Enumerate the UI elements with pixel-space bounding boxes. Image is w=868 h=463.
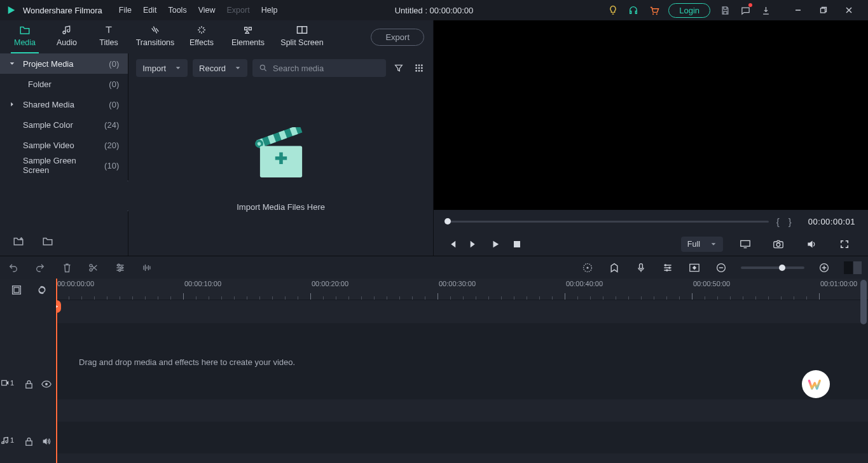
play-button[interactable] (485, 235, 506, 253)
media-content-row: Project Media (0) Folder (0) Shared Medi… (0, 53, 433, 256)
tab-transitions[interactable]: Transitions (130, 20, 181, 53)
track-visibility-icon[interactable] (41, 378, 52, 390)
volume-icon[interactable] (801, 235, 822, 253)
zoom-thumb[interactable] (779, 265, 785, 271)
timeline-size-toggle[interactable] (844, 261, 862, 274)
tab-split-screen[interactable]: Split Screen (273, 20, 331, 53)
snapshot-icon[interactable] (768, 235, 789, 253)
preview-panel: { } 00:00:00:01 Full (434, 20, 868, 256)
zoom-out-icon[interactable] (714, 261, 728, 275)
svg-point-32 (119, 269, 121, 271)
tab-effects[interactable]: Effects (181, 20, 223, 53)
a1-num: 1 (10, 436, 14, 444)
tips-icon[interactable] (607, 4, 619, 16)
quality-dropdown[interactable]: Full (681, 237, 723, 252)
audio-track-area[interactable] (56, 422, 868, 453)
track-mute-icon[interactable] (41, 436, 52, 447)
tab-elements[interactable]: Elements (223, 20, 273, 53)
brand-bubble-button[interactable] (802, 370, 830, 398)
mark-out-bracket[interactable]: } (787, 216, 793, 227)
minimize-button[interactable] (785, 3, 811, 18)
import-dropdown[interactable]: Import (136, 59, 188, 77)
render-icon[interactable] (581, 261, 595, 275)
sidebar-item-project-media[interactable]: Project Media (0) (0, 53, 128, 74)
tab-titles[interactable]: Titles (88, 20, 130, 53)
timeline-ruler[interactable]: 00:00:00:0000:00:10:0000:00:20:0000:00:3… (56, 279, 868, 300)
record-dropdown[interactable]: Record (193, 59, 247, 77)
menu-edit[interactable]: Edit (138, 4, 162, 17)
redo-icon[interactable] (33, 261, 47, 275)
sidebar-item-sample-video[interactable]: Sample Video (20) (0, 135, 128, 155)
playhead-handle[interactable] (56, 300, 61, 313)
scrub-track[interactable] (446, 221, 769, 223)
timeline: 1 1 00:00:00:0000:00:10:0000:00:20:0000:… (0, 279, 868, 463)
voiceover-icon[interactable] (634, 261, 648, 275)
track-lock-icon[interactable] (23, 436, 34, 447)
import-drop-area[interactable]: Import Media Files Here (128, 83, 433, 256)
mixer-icon[interactable] (661, 261, 675, 275)
close-button[interactable] (836, 3, 862, 18)
undo-icon[interactable] (6, 261, 20, 275)
search-input[interactable] (273, 64, 380, 73)
svg-rect-37 (669, 266, 670, 268)
video-preview[interactable] (434, 20, 868, 210)
grid-view-icon[interactable] (411, 60, 427, 76)
sidebar-item-sample-green[interactable]: Sample Green Screen (10) (0, 155, 128, 176)
prev-frame-button[interactable] (441, 235, 463, 253)
title-bar: Wondershare Filmora File Edit Tools View… (0, 0, 868, 20)
sidebar-item-folder[interactable]: Folder (0) (0, 74, 128, 94)
marker-icon[interactable] (607, 261, 621, 275)
keyframe-icon[interactable] (687, 261, 701, 275)
fullscreen-icon[interactable] (834, 235, 855, 253)
tab-audio[interactable]: Audio (46, 20, 88, 53)
login-button[interactable]: Login (668, 3, 710, 18)
export-button[interactable]: Export (371, 29, 424, 46)
adjust-icon[interactable] (113, 261, 127, 275)
menu-help[interactable]: Help (256, 4, 283, 17)
zoom-in-icon[interactable] (817, 261, 831, 275)
svg-point-0 (652, 13, 654, 15)
download-icon[interactable] (760, 4, 771, 16)
track-lock-icon[interactable] (23, 378, 34, 390)
folder-icon[interactable] (42, 235, 53, 247)
timeline-body[interactable]: 00:00:00:0000:00:10:0000:00:20:0000:00:3… (56, 279, 868, 463)
next-frame-button[interactable] (463, 235, 485, 253)
sidebar-item-count: (10) (104, 161, 119, 170)
transitions-icon (149, 24, 161, 36)
sidebar-item-shared-media[interactable]: Shared Media (0) (0, 94, 128, 114)
headphones-icon[interactable] (628, 4, 639, 16)
menu-tools[interactable]: Tools (163, 4, 191, 17)
media-sidebar: Project Media (0) Folder (0) Shared Medi… (0, 53, 128, 256)
menu-file[interactable]: File (114, 4, 137, 17)
timeline-toolbar (0, 256, 868, 279)
message-icon[interactable] (740, 4, 751, 16)
svg-point-8 (415, 67, 417, 69)
maximize-button[interactable] (811, 3, 836, 18)
scrub-handle[interactable] (444, 218, 451, 225)
sidebar-item-count: (0) (109, 59, 119, 69)
zoom-slider[interactable] (741, 266, 804, 269)
tab-audio-label: Audio (57, 38, 77, 47)
cart-icon[interactable] (648, 4, 659, 16)
manage-tracks-icon[interactable] (9, 282, 24, 298)
display-icon[interactable] (734, 235, 756, 253)
audio-waveform-icon[interactable] (140, 261, 154, 275)
new-folder-icon[interactable] (13, 235, 24, 247)
vertical-scrollbar[interactable] (860, 280, 867, 324)
svg-point-10 (421, 67, 423, 69)
search-field[interactable] (252, 59, 386, 77)
svg-rect-24 (514, 241, 520, 247)
mark-in-bracket[interactable]: { (775, 216, 781, 227)
save-icon[interactable] (719, 4, 731, 16)
stop-button[interactable] (506, 235, 528, 253)
drop-hint-text: Drag and drop media and effects here to … (79, 357, 295, 367)
sidebar-item-sample-color[interactable]: Sample Color (24) (0, 114, 128, 135)
sidebar-item-label: Sample Video (23, 141, 104, 150)
filter-icon[interactable] (391, 60, 406, 76)
split-icon[interactable] (86, 261, 100, 275)
tab-media[interactable]: Media (4, 20, 46, 53)
svg-point-30 (118, 264, 120, 266)
menu-view[interactable]: View (193, 4, 221, 17)
auto-ripple-icon[interactable] (34, 282, 50, 298)
delete-icon[interactable] (60, 261, 74, 275)
